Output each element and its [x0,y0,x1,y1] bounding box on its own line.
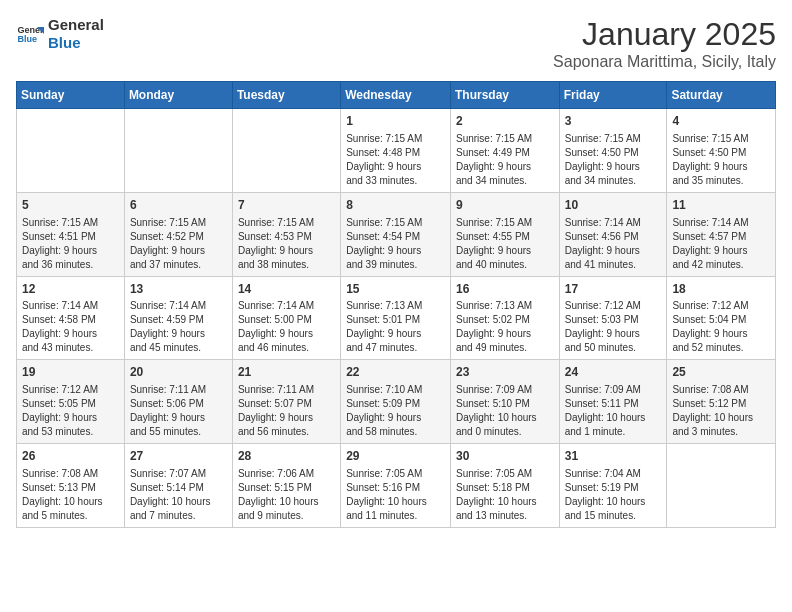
calendar-cell: 27Sunrise: 7:07 AM Sunset: 5:14 PM Dayli… [124,444,232,528]
day-number: 6 [130,197,227,214]
day-info: Sunrise: 7:15 AM Sunset: 4:50 PM Dayligh… [672,132,770,188]
calendar-cell [232,109,340,193]
day-number: 11 [672,197,770,214]
day-info: Sunrise: 7:09 AM Sunset: 5:11 PM Dayligh… [565,383,662,439]
day-number: 19 [22,364,119,381]
day-number: 22 [346,364,445,381]
weekday-header: Thursday [450,82,559,109]
day-info: Sunrise: 7:12 AM Sunset: 5:05 PM Dayligh… [22,383,119,439]
calendar-cell: 7Sunrise: 7:15 AM Sunset: 4:53 PM Daylig… [232,192,340,276]
day-info: Sunrise: 7:15 AM Sunset: 4:51 PM Dayligh… [22,216,119,272]
day-number: 1 [346,113,445,130]
calendar-cell: 30Sunrise: 7:05 AM Sunset: 5:18 PM Dayli… [450,444,559,528]
day-number: 9 [456,197,554,214]
calendar-cell: 20Sunrise: 7:11 AM Sunset: 5:06 PM Dayli… [124,360,232,444]
day-info: Sunrise: 7:12 AM Sunset: 5:04 PM Dayligh… [672,299,770,355]
calendar-cell: 22Sunrise: 7:10 AM Sunset: 5:09 PM Dayli… [341,360,451,444]
week-row: 12Sunrise: 7:14 AM Sunset: 4:58 PM Dayli… [17,276,776,360]
day-info: Sunrise: 7:08 AM Sunset: 5:13 PM Dayligh… [22,467,119,523]
calendar-title: January 2025 [553,16,776,53]
day-number: 16 [456,281,554,298]
weekday-row: SundayMondayTuesdayWednesdayThursdayFrid… [17,82,776,109]
week-row: 1Sunrise: 7:15 AM Sunset: 4:48 PM Daylig… [17,109,776,193]
calendar-cell: 14Sunrise: 7:14 AM Sunset: 5:00 PM Dayli… [232,276,340,360]
day-number: 2 [456,113,554,130]
calendar-cell: 28Sunrise: 7:06 AM Sunset: 5:15 PM Dayli… [232,444,340,528]
day-info: Sunrise: 7:12 AM Sunset: 5:03 PM Dayligh… [565,299,662,355]
day-info: Sunrise: 7:15 AM Sunset: 4:50 PM Dayligh… [565,132,662,188]
weekday-header: Monday [124,82,232,109]
day-number: 13 [130,281,227,298]
day-number: 29 [346,448,445,465]
day-number: 23 [456,364,554,381]
day-number: 30 [456,448,554,465]
calendar-cell [17,109,125,193]
calendar-table: SundayMondayTuesdayWednesdayThursdayFrid… [16,81,776,528]
calendar-header: SundayMondayTuesdayWednesdayThursdayFrid… [17,82,776,109]
day-info: Sunrise: 7:14 AM Sunset: 4:59 PM Dayligh… [130,299,227,355]
calendar-cell: 3Sunrise: 7:15 AM Sunset: 4:50 PM Daylig… [559,109,667,193]
calendar-cell: 11Sunrise: 7:14 AM Sunset: 4:57 PM Dayli… [667,192,776,276]
weekday-header: Friday [559,82,667,109]
day-number: 26 [22,448,119,465]
day-info: Sunrise: 7:15 AM Sunset: 4:53 PM Dayligh… [238,216,335,272]
day-number: 3 [565,113,662,130]
weekday-header: Tuesday [232,82,340,109]
week-row: 19Sunrise: 7:12 AM Sunset: 5:05 PM Dayli… [17,360,776,444]
calendar-cell: 21Sunrise: 7:11 AM Sunset: 5:07 PM Dayli… [232,360,340,444]
day-info: Sunrise: 7:15 AM Sunset: 4:55 PM Dayligh… [456,216,554,272]
calendar-subtitle: Saponara Marittima, Sicily, Italy [553,53,776,71]
calendar-cell: 8Sunrise: 7:15 AM Sunset: 4:54 PM Daylig… [341,192,451,276]
day-info: Sunrise: 7:05 AM Sunset: 5:16 PM Dayligh… [346,467,445,523]
day-info: Sunrise: 7:13 AM Sunset: 5:02 PM Dayligh… [456,299,554,355]
calendar-cell: 16Sunrise: 7:13 AM Sunset: 5:02 PM Dayli… [450,276,559,360]
day-number: 21 [238,364,335,381]
calendar-cell: 25Sunrise: 7:08 AM Sunset: 5:12 PM Dayli… [667,360,776,444]
logo-icon: General Blue [16,20,44,48]
calendar-cell: 10Sunrise: 7:14 AM Sunset: 4:56 PM Dayli… [559,192,667,276]
calendar-cell: 24Sunrise: 7:09 AM Sunset: 5:11 PM Dayli… [559,360,667,444]
day-number: 10 [565,197,662,214]
weekday-header: Saturday [667,82,776,109]
day-info: Sunrise: 7:14 AM Sunset: 4:58 PM Dayligh… [22,299,119,355]
calendar-cell: 18Sunrise: 7:12 AM Sunset: 5:04 PM Dayli… [667,276,776,360]
logo-line1: General [48,16,104,34]
day-number: 28 [238,448,335,465]
day-number: 25 [672,364,770,381]
calendar-cell: 6Sunrise: 7:15 AM Sunset: 4:52 PM Daylig… [124,192,232,276]
calendar-cell: 31Sunrise: 7:04 AM Sunset: 5:19 PM Dayli… [559,444,667,528]
day-number: 31 [565,448,662,465]
day-number: 18 [672,281,770,298]
day-info: Sunrise: 7:14 AM Sunset: 4:57 PM Dayligh… [672,216,770,272]
calendar-cell: 15Sunrise: 7:13 AM Sunset: 5:01 PM Dayli… [341,276,451,360]
weekday-header: Sunday [17,82,125,109]
svg-text:Blue: Blue [17,34,37,44]
day-info: Sunrise: 7:15 AM Sunset: 4:54 PM Dayligh… [346,216,445,272]
day-info: Sunrise: 7:10 AM Sunset: 5:09 PM Dayligh… [346,383,445,439]
calendar-cell: 26Sunrise: 7:08 AM Sunset: 5:13 PM Dayli… [17,444,125,528]
day-info: Sunrise: 7:09 AM Sunset: 5:10 PM Dayligh… [456,383,554,439]
title-block: January 2025 Saponara Marittima, Sicily,… [553,16,776,71]
day-number: 27 [130,448,227,465]
calendar-cell: 29Sunrise: 7:05 AM Sunset: 5:16 PM Dayli… [341,444,451,528]
day-number: 8 [346,197,445,214]
week-row: 26Sunrise: 7:08 AM Sunset: 5:13 PM Dayli… [17,444,776,528]
day-info: Sunrise: 7:08 AM Sunset: 5:12 PM Dayligh… [672,383,770,439]
day-number: 20 [130,364,227,381]
day-info: Sunrise: 7:15 AM Sunset: 4:52 PM Dayligh… [130,216,227,272]
day-info: Sunrise: 7:04 AM Sunset: 5:19 PM Dayligh… [565,467,662,523]
day-number: 5 [22,197,119,214]
day-number: 7 [238,197,335,214]
day-number: 4 [672,113,770,130]
day-number: 24 [565,364,662,381]
day-info: Sunrise: 7:14 AM Sunset: 4:56 PM Dayligh… [565,216,662,272]
weekday-header: Wednesday [341,82,451,109]
day-info: Sunrise: 7:13 AM Sunset: 5:01 PM Dayligh… [346,299,445,355]
day-info: Sunrise: 7:15 AM Sunset: 4:48 PM Dayligh… [346,132,445,188]
day-number: 15 [346,281,445,298]
calendar-cell: 1Sunrise: 7:15 AM Sunset: 4:48 PM Daylig… [341,109,451,193]
day-info: Sunrise: 7:11 AM Sunset: 5:06 PM Dayligh… [130,383,227,439]
calendar-cell: 4Sunrise: 7:15 AM Sunset: 4:50 PM Daylig… [667,109,776,193]
calendar-cell: 5Sunrise: 7:15 AM Sunset: 4:51 PM Daylig… [17,192,125,276]
logo-line2: Blue [48,34,104,52]
